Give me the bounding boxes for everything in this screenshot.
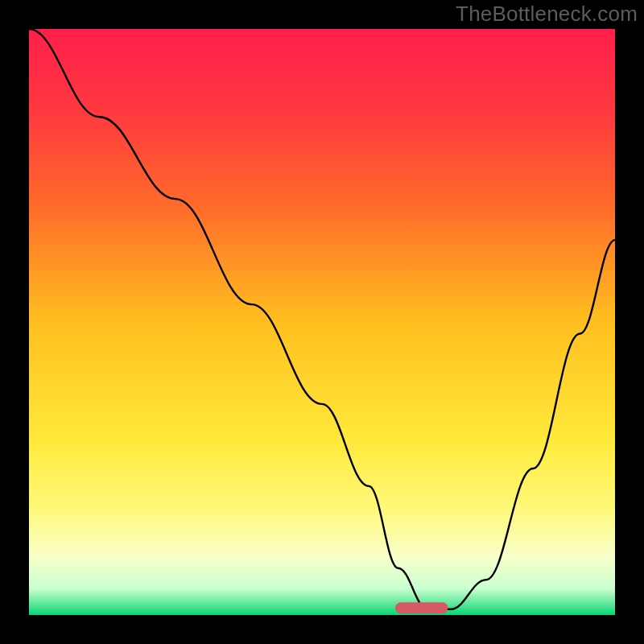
optimal-zone-marker (395, 602, 448, 613)
chart-container: TheBottleneck.com (0, 0, 644, 644)
gradient-background (29, 29, 615, 615)
watermark-text: TheBottleneck.com (456, 2, 638, 27)
plot-svg (29, 29, 615, 615)
plot-area (29, 29, 615, 615)
